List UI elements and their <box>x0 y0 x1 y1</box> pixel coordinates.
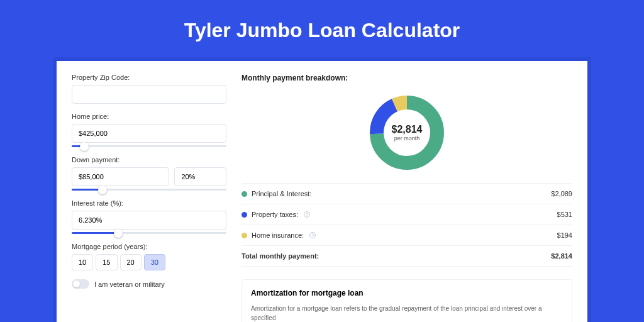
amortization-title: Amortization for mortgage loan <box>251 289 563 297</box>
period-button-group: 10 15 20 30 <box>72 254 226 270</box>
down-payment-percent-input[interactable] <box>174 167 226 186</box>
breakdown-list: Principal & Interest: $2,089 Property ta… <box>242 183 572 267</box>
results-panel: Monthly payment breakdown: $2,814 per mo… <box>242 74 572 322</box>
interest-rate-slider[interactable] <box>72 232 226 234</box>
period-btn-30[interactable]: 30 <box>144 254 165 270</box>
home-price-input[interactable] <box>72 124 226 143</box>
breakdown-label: Home insurance: <box>252 231 304 239</box>
down-payment-amount-input[interactable] <box>72 167 169 186</box>
slider-thumb-icon[interactable] <box>98 186 107 194</box>
home-price-group: Home price: <box>72 113 226 147</box>
calculator-body: Property Zip Code: Home price: Down paym… <box>57 61 587 322</box>
breakdown-row-insurance: Home insurance: ? $194 <box>242 225 572 246</box>
zip-label: Property Zip Code: <box>72 74 226 81</box>
down-payment-slider[interactable] <box>72 189 226 191</box>
veteran-toggle[interactable] <box>72 279 89 289</box>
zip-input[interactable] <box>72 85 226 104</box>
interest-rate-label: Interest rate (%): <box>72 199 226 207</box>
mortgage-period-label: Mortgage period (years): <box>72 243 226 250</box>
breakdown-row-taxes: Property taxes: ? $531 <box>242 204 572 225</box>
interest-rate-input[interactable] <box>72 211 226 230</box>
veteran-label: I am veteran or military <box>94 280 165 288</box>
period-btn-20[interactable]: 20 <box>120 254 142 270</box>
down-payment-group: Down payment: <box>72 156 226 191</box>
dot-icon <box>242 191 247 197</box>
breakdown-row-principal: Principal & Interest: $2,089 <box>242 184 572 204</box>
form-panel: Property Zip Code: Home price: Down paym… <box>72 74 226 322</box>
total-label: Total monthly payment: <box>242 252 319 260</box>
zip-field-group: Property Zip Code: <box>72 74 226 104</box>
info-icon[interactable]: ? <box>304 211 310 218</box>
amortization-text: Amortization for a mortgage loan refers … <box>251 304 563 322</box>
donut-center: $2,814 per month <box>392 124 423 142</box>
breakdown-value: $531 <box>557 211 572 218</box>
breakdown-title: Monthly payment breakdown: <box>242 74 572 82</box>
amortization-section: Amortization for mortgage loan Amortizat… <box>242 279 572 322</box>
page-title: Tyler Jumbo Loan Calculator <box>0 0 644 57</box>
breakdown-value: $194 <box>557 231 572 239</box>
calculator-panel: Property Zip Code: Home price: Down paym… <box>53 57 591 322</box>
interest-rate-group: Interest rate (%): <box>72 199 226 234</box>
info-icon[interactable]: ? <box>309 232 316 238</box>
down-payment-label: Down payment: <box>72 156 226 164</box>
toggle-knob-icon <box>73 280 80 287</box>
slider-thumb-icon[interactable] <box>114 229 123 238</box>
dot-icon <box>242 233 247 238</box>
donut-value: $2,814 <box>392 124 423 135</box>
donut-container: $2,814 per month <box>242 90 572 183</box>
donut-caption: per month <box>392 135 423 142</box>
period-btn-15[interactable]: 15 <box>96 254 117 270</box>
breakdown-value: $2,089 <box>551 190 572 197</box>
total-value: $2,814 <box>551 252 572 260</box>
veteran-toggle-row: I am veteran or military <box>72 279 226 289</box>
donut-chart: $2,814 per month <box>369 95 445 170</box>
dot-icon <box>242 212 247 218</box>
period-btn-10[interactable]: 10 <box>72 254 93 270</box>
home-price-slider[interactable] <box>72 145 226 147</box>
breakdown-row-total: Total monthly payment: $2,814 <box>242 246 572 267</box>
slider-thumb-icon[interactable] <box>80 142 89 151</box>
breakdown-label: Principal & Interest: <box>252 190 311 197</box>
breakdown-label: Property taxes: <box>252 211 298 218</box>
home-price-label: Home price: <box>72 113 226 120</box>
mortgage-period-group: Mortgage period (years): 10 15 20 30 <box>72 243 226 270</box>
